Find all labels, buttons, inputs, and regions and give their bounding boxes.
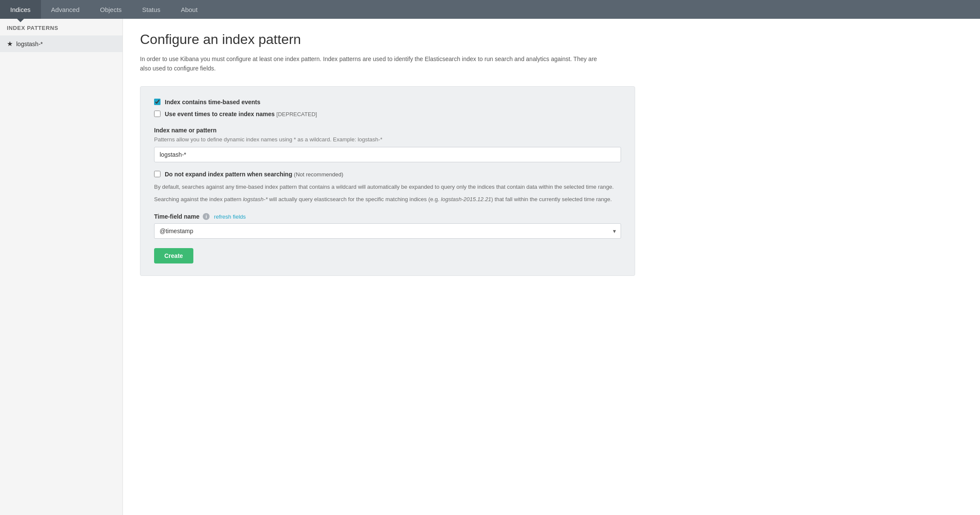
nav-bar: Indices Advanced Objects Status About xyxy=(0,0,980,19)
page-title: Configure an index pattern xyxy=(140,32,963,47)
no-expand-label[interactable]: Do not expand index pattern when searchi… xyxy=(165,171,343,178)
time-based-checkbox[interactable] xyxy=(154,99,160,105)
no-expand-desc1: By default, searches against any time-ba… xyxy=(154,183,621,192)
event-times-checkbox[interactable] xyxy=(154,111,160,117)
time-based-label[interactable]: Index contains time-based events xyxy=(165,99,260,105)
no-expand-row: Do not expand index pattern when searchi… xyxy=(154,171,621,204)
deprecated-tag: [DEPRECATED] xyxy=(277,111,317,117)
form-card: Index contains time-based events Use eve… xyxy=(140,86,635,276)
nav-tab-advanced[interactable]: Advanced xyxy=(41,0,90,19)
no-expand-desc2-middle: will actually query elasticsearch for th… xyxy=(268,196,441,202)
no-expand-checkbox-row: Do not expand index pattern when searchi… xyxy=(154,171,621,178)
main-content: Configure an index pattern In order to u… xyxy=(123,19,980,515)
sidebar: Index Patterns ★ logstash-* xyxy=(0,19,123,515)
index-name-input[interactable] xyxy=(154,147,621,162)
nav-tab-objects[interactable]: Objects xyxy=(90,0,132,19)
nav-tab-indices[interactable]: Indices xyxy=(0,0,41,19)
index-name-group: Index name or pattern Patterns allow you… xyxy=(154,127,621,162)
no-expand-desc2-suffix: ) that fall within the currently selecte… xyxy=(491,196,612,202)
create-button[interactable]: Create xyxy=(154,248,193,263)
no-expand-checkbox[interactable] xyxy=(154,171,160,177)
event-times-label[interactable]: Use event times to create index names[DE… xyxy=(165,111,317,117)
index-name-label: Index name or pattern xyxy=(154,127,621,134)
refresh-fields-link[interactable]: refresh fields xyxy=(214,214,245,220)
info-icon: i xyxy=(203,213,210,220)
no-expand-desc2: Searching against the index pattern logs… xyxy=(154,195,621,204)
page-description: In order to use Kibana you must configur… xyxy=(140,54,610,73)
nav-tab-about[interactable]: About xyxy=(171,0,208,19)
event-times-row: Use event times to create index names[DE… xyxy=(154,111,621,117)
time-field-select[interactable]: @timestamp xyxy=(154,223,621,239)
no-expand-note: (Not recommended) xyxy=(294,171,344,178)
sidebar-item-label: logstash-* xyxy=(16,41,43,47)
layout: Index Patterns ★ logstash-* Configure an… xyxy=(0,19,980,515)
time-field-select-wrapper: @timestamp xyxy=(154,223,621,239)
time-based-row: Index contains time-based events xyxy=(154,99,621,105)
star-icon: ★ xyxy=(7,40,13,48)
no-expand-desc2-prefix: Searching against the index pattern xyxy=(154,196,243,202)
no-expand-desc2-example: logstash-2015.12.21 xyxy=(441,196,491,202)
index-name-hint: Patterns allow you to define dynamic ind… xyxy=(154,136,621,143)
nav-tab-status[interactable]: Status xyxy=(132,0,171,19)
time-field-label: Time-field name xyxy=(154,213,199,220)
sidebar-item-logstash[interactable]: ★ logstash-* xyxy=(0,35,122,52)
no-expand-desc2-pattern: logstash-* xyxy=(243,196,268,202)
time-field-label-row: Time-field name i refresh fields xyxy=(154,213,621,220)
